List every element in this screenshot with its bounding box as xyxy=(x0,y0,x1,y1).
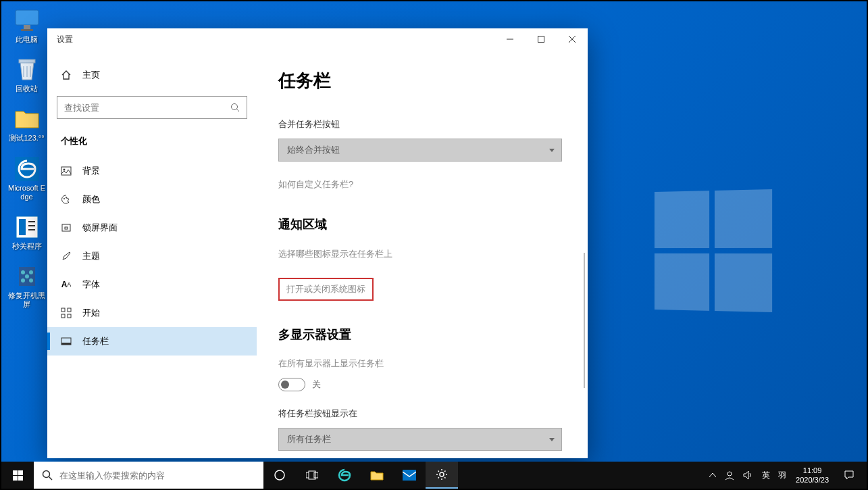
svg-rect-28 xyxy=(68,314,71,318)
svg-line-18 xyxy=(237,109,240,112)
multi-toggle[interactable] xyxy=(278,378,305,391)
multi-show-label: 将任务栏按钮显示在 xyxy=(278,408,561,420)
multi-show-dropdown[interactable]: 所有任务栏 xyxy=(278,428,562,451)
system-tray: 英 羽 11:09 2020/3/23 xyxy=(705,462,867,489)
svg-point-8 xyxy=(21,270,25,274)
minimize-button[interactable] xyxy=(494,28,526,50)
svg-point-39 xyxy=(727,472,732,476)
desktop-icon-label: 秒关程序 xyxy=(12,242,42,251)
svg-point-22 xyxy=(66,197,67,198)
svg-rect-1 xyxy=(24,25,30,29)
desktop-icon-app[interactable]: 秒关程序 xyxy=(8,214,45,251)
fix-icon xyxy=(14,263,41,290)
desktop-icon-label: 修复开机黑屏 xyxy=(8,291,45,309)
maximize-button[interactable] xyxy=(526,28,557,50)
nav-label: 字体 xyxy=(82,278,100,291)
nav-label: 颜色 xyxy=(82,193,100,205)
taskbar-search-input[interactable] xyxy=(59,470,255,481)
close-button[interactable] xyxy=(557,28,588,50)
settings-window: 设置 主页 个性化 背景颜色锁屏界面主题AA字体开始任务栏 xyxy=(47,28,588,458)
combine-label: 合并任务栏按钮 xyxy=(278,118,561,130)
ime-mode[interactable]: 羽 xyxy=(774,462,790,489)
svg-rect-23 xyxy=(62,224,70,231)
font-icon: AA xyxy=(61,279,72,290)
nav-item-brush[interactable]: 主题 xyxy=(47,242,257,270)
svg-rect-25 xyxy=(61,308,65,312)
search-icon xyxy=(230,103,240,112)
search-icon xyxy=(42,470,53,481)
category-label: 个性化 xyxy=(47,135,257,157)
scrollbar[interactable] xyxy=(584,253,585,388)
customize-link[interactable]: 如何自定义任务栏? xyxy=(278,178,353,191)
start-button[interactable] xyxy=(1,462,34,489)
page-heading: 任务栏 xyxy=(278,69,561,93)
taskbar-search[interactable] xyxy=(34,462,263,489)
desktop-icon-bin[interactable]: 回收站 xyxy=(8,56,45,93)
nav-item-font[interactable]: AA字体 xyxy=(47,270,257,299)
home-label: 主页 xyxy=(82,69,100,81)
lock-icon xyxy=(61,222,72,233)
svg-point-11 xyxy=(29,278,33,283)
mail-icon[interactable] xyxy=(393,462,426,489)
date: 2020/3/23 xyxy=(796,475,829,485)
desktop-icon-pc[interactable]: 此电脑 xyxy=(8,7,45,44)
tray-chevron-icon[interactable] xyxy=(705,462,720,489)
nav-item-taskbar[interactable]: 任务栏 xyxy=(47,327,257,356)
windows-wallpaper-logo xyxy=(655,189,772,312)
nav-label: 任务栏 xyxy=(82,335,109,347)
nav-label: 背景 xyxy=(82,165,100,177)
svg-point-33 xyxy=(275,470,284,480)
nav-item-palette[interactable]: 颜色 xyxy=(47,185,257,214)
svg-rect-26 xyxy=(68,308,71,312)
volume-icon[interactable] xyxy=(739,462,758,489)
desktop-icon-label: Microsoft Edge xyxy=(8,184,45,201)
svg-point-9 xyxy=(29,270,33,274)
svg-point-20 xyxy=(63,169,66,171)
svg-rect-6 xyxy=(19,219,26,235)
svg-rect-24 xyxy=(65,227,68,229)
home-icon xyxy=(61,70,72,80)
settings-icon[interactable] xyxy=(426,462,458,489)
desktop-icon-fix[interactable]: 修复开机黑屏 xyxy=(8,263,45,309)
svg-point-21 xyxy=(63,198,65,199)
nav-list: 背景颜色锁屏界面主题AA字体开始任务栏 xyxy=(47,157,257,356)
ime-lang[interactable]: 英 xyxy=(758,462,774,489)
combine-dropdown[interactable]: 始终合并按钮 xyxy=(278,139,562,162)
pc-icon xyxy=(14,7,41,34)
bin-icon xyxy=(14,56,41,83)
cortana-icon[interactable] xyxy=(263,462,296,489)
folder-icon xyxy=(14,105,41,132)
edge-icon[interactable] xyxy=(328,462,361,489)
svg-rect-3 xyxy=(19,59,35,63)
task-view-icon[interactable] xyxy=(296,462,328,489)
desktop-icon-label: 回收站 xyxy=(16,84,38,93)
notification-heading: 通知区域 xyxy=(278,216,561,232)
select-icons-link[interactable]: 选择哪些图标显示在任务栏上 xyxy=(278,248,392,260)
nav-label: 锁屏界面 xyxy=(82,222,118,234)
titlebar: 设置 xyxy=(47,28,588,50)
brush-icon xyxy=(61,251,72,262)
svg-point-31 xyxy=(43,471,50,478)
taskbar-icon xyxy=(61,336,72,347)
system-icons-link[interactable]: 打开或关闭系统图标 xyxy=(278,278,374,301)
nav-label: 主题 xyxy=(82,250,100,262)
clock[interactable]: 11:09 2020/3/23 xyxy=(790,466,834,485)
explorer-icon[interactable] xyxy=(361,462,393,489)
action-center-icon[interactable] xyxy=(834,470,864,481)
nav-item-lock[interactable]: 锁屏界面 xyxy=(47,214,257,242)
grid-icon xyxy=(61,308,72,318)
desktop-icons: 此电脑回收站测试123.°°Microsoft Edge秒关程序修复开机黑屏 xyxy=(8,7,45,310)
desktop-icon-label: 此电脑 xyxy=(16,35,38,44)
svg-rect-37 xyxy=(403,470,416,481)
desktop-icon-folder[interactable]: 测试123.°° xyxy=(8,105,45,143)
svg-rect-27 xyxy=(61,314,65,318)
nav-item-grid[interactable]: 开始 xyxy=(47,299,257,327)
search-input[interactable] xyxy=(64,103,230,113)
nav-item-image[interactable]: 背景 xyxy=(47,157,257,185)
home-link[interactable]: 主页 xyxy=(47,64,257,87)
search-settings[interactable] xyxy=(57,96,247,119)
desktop-icon-edge[interactable]: Microsoft Edge xyxy=(8,155,45,201)
people-icon[interactable] xyxy=(720,462,739,489)
svg-rect-0 xyxy=(16,10,39,25)
palette-icon xyxy=(61,194,72,205)
